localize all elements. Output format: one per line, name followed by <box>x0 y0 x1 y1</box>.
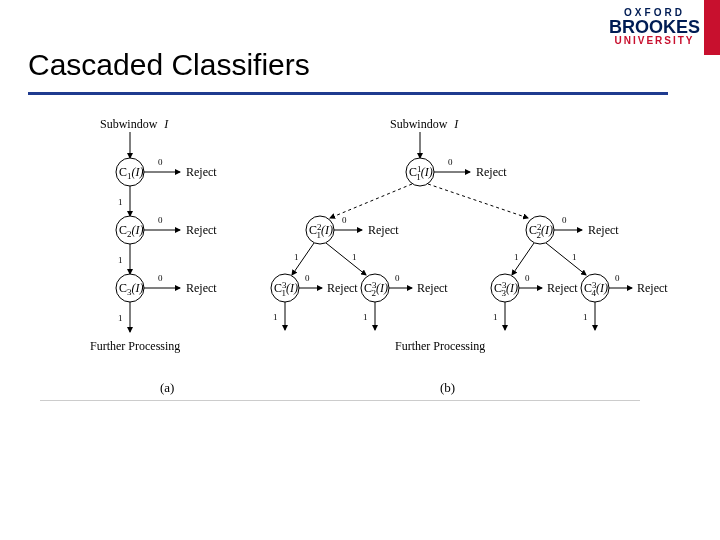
svg-text:Reject: Reject <box>417 281 448 295</box>
svg-text:0: 0 <box>158 157 163 167</box>
further-a: Further Processing <box>90 339 180 353</box>
svg-text:1: 1 <box>118 313 123 323</box>
svg-text:1: 1 <box>583 312 588 322</box>
footer-line <box>40 400 640 401</box>
svg-text:1: 1 <box>572 252 577 262</box>
reject-a2: Reject <box>186 223 217 237</box>
svg-line-40 <box>326 243 366 275</box>
svg-text:0: 0 <box>615 273 620 283</box>
svg-text:1: 1 <box>363 312 368 322</box>
svg-text:1: 1 <box>118 197 123 207</box>
svg-text:1: 1 <box>514 252 519 262</box>
svg-text:Reject: Reject <box>588 223 619 237</box>
svg-text:C1(I): C1(I) <box>119 165 144 181</box>
svg-line-27 <box>428 184 528 218</box>
reject-b-root: Reject <box>476 165 507 179</box>
subwindow-a: Subwindow <box>100 117 158 131</box>
cascade-diagram: Subwindow I C1(I) 0 Reject 1 C2(I) 0 Rej… <box>0 0 720 540</box>
svg-text:0: 0 <box>158 215 163 225</box>
svg-text:1: 1 <box>294 252 299 262</box>
svg-text:1: 1 <box>493 312 498 322</box>
svg-text:C2(I): C2(I) <box>119 223 144 239</box>
svg-text:0: 0 <box>562 215 567 225</box>
further-b: Further Processing <box>395 339 485 353</box>
svg-text:1: 1 <box>273 312 278 322</box>
svg-line-26 <box>330 184 412 218</box>
svg-text:Reject: Reject <box>637 281 668 295</box>
reject-a3: Reject <box>186 281 217 295</box>
svg-text:Subwindow I: Subwindow I <box>390 117 459 131</box>
caption-b: (b) <box>440 380 455 395</box>
reject-a1: Reject <box>186 165 217 179</box>
svg-text:Subwindow I: Subwindow I <box>100 117 169 131</box>
svg-text:C3(I): C3(I) <box>119 281 144 297</box>
svg-text:1: 1 <box>118 255 123 265</box>
svg-text:0: 0 <box>158 273 163 283</box>
svg-text:0: 0 <box>395 273 400 283</box>
svg-text:0: 0 <box>342 215 347 225</box>
svg-text:Reject: Reject <box>327 281 358 295</box>
subwindow-b: Subwindow <box>390 117 448 131</box>
svg-line-44 <box>546 243 586 275</box>
svg-text:Reject: Reject <box>368 223 399 237</box>
caption-a: (a) <box>160 380 174 395</box>
svg-text:0: 0 <box>305 273 310 283</box>
svg-text:1: 1 <box>352 252 357 262</box>
svg-text:0: 0 <box>448 157 453 167</box>
svg-text:0: 0 <box>525 273 530 283</box>
svg-text:Reject: Reject <box>547 281 578 295</box>
